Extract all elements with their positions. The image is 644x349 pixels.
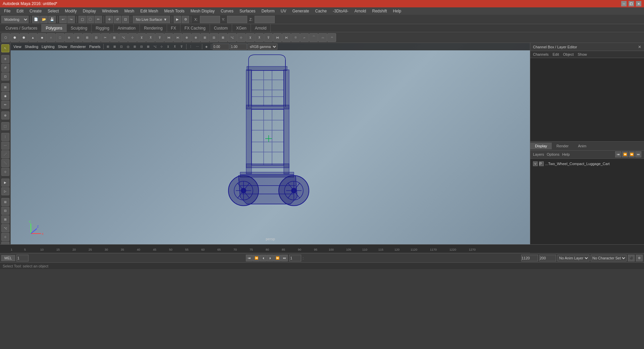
camera-bookmark[interactable]: ⊞ [105, 44, 111, 50]
range-end-right-input[interactable] [521, 255, 538, 261]
shelf-poly26[interactable]: ⌥ [228, 33, 236, 42]
layer-prev-button[interactable]: ⏪ [622, 151, 628, 157]
transport-end[interactable]: ⏭ [281, 255, 288, 261]
shelf-poly5[interactable]: ◆ [38, 33, 46, 42]
auto-key-button[interactable]: ⚫ [628, 255, 635, 261]
display-layer6[interactable]: ⊻ [1, 242, 9, 244]
shelf-poly31[interactable]: ⋈ [273, 33, 282, 42]
menu-help[interactable]: Help [390, 8, 404, 14]
shelf-poly24[interactable]: ⊟ [210, 33, 218, 42]
tab-polygons[interactable]: Polygons [42, 24, 66, 32]
cb-tab-show[interactable]: Show [578, 52, 587, 56]
menu-edit[interactable]: Edit [14, 8, 26, 14]
shelf-poly6[interactable]: ○ [47, 33, 55, 42]
menu-curves[interactable]: Curves [218, 8, 236, 14]
current-frame-input[interactable] [16, 255, 29, 261]
shelf-poly10[interactable]: ⊞ [83, 33, 92, 42]
shelf-poly25[interactable]: ⊠ [219, 33, 227, 42]
shelf-poly11[interactable]: ⊟ [92, 33, 101, 42]
menu-cache[interactable]: Cache [312, 8, 329, 14]
shelf-poly17[interactable]: ⊼ [146, 33, 155, 42]
transport-begin[interactable]: ⏮ [246, 255, 253, 261]
anim-layer-select[interactable]: No Anim Layer [557, 255, 589, 261]
shelf-poly27[interactable]: ⊹ [237, 33, 246, 42]
shelf-poly20[interactable]: ⋉ [173, 33, 182, 42]
lasso-tool[interactable]: 〇 [87, 16, 94, 23]
shelf-poly2[interactable]: ⬢ [10, 33, 19, 42]
grid-toggle[interactable]: ⋮ [188, 44, 194, 50]
menu-windows[interactable]: Windows [99, 8, 121, 14]
shelf-poly9[interactable]: ⊗ [74, 33, 83, 42]
shelf-poly8[interactable]: ⊕ [65, 33, 73, 42]
range-end-input[interactable] [539, 255, 556, 261]
save-file-button[interactable]: 💾 [48, 16, 56, 23]
x-input[interactable] [200, 16, 220, 23]
shelf-poly28[interactable]: ⊻ [246, 33, 255, 42]
region-select[interactable]: ⬚ [1, 122, 9, 130]
render-tab[interactable]: Render [552, 143, 573, 149]
range-start-input[interactable] [289, 255, 301, 261]
snap-to-point[interactable]: ⋰ [1, 150, 9, 158]
cb-tab-object[interactable]: Object [563, 52, 574, 56]
transport-prev-frame[interactable]: ⏴ [260, 255, 267, 261]
toggle-wireframe[interactable]: ⊞ [132, 44, 138, 50]
viewport[interactable]: View Shading Lighting Show Renderer Pane… [11, 43, 530, 244]
layer-visibility-toggle[interactable]: V [533, 161, 538, 166]
shelf-poly30[interactable]: ⊽ [264, 33, 273, 42]
universal-manip[interactable]: ⊞ [1, 83, 9, 91]
display-layer5[interactable]: ⊹ [1, 233, 9, 241]
hud-toggle[interactable]: ⋯ [195, 44, 201, 50]
soft-mod[interactable]: ◉ [1, 92, 9, 100]
isolate-select[interactable]: ◈ [204, 44, 210, 50]
shelf-poly18[interactable]: ⊽ [155, 33, 164, 42]
cb-tab-channels[interactable]: Channels [533, 52, 548, 56]
shelf-poly29[interactable]: ⊼ [255, 33, 264, 42]
gamma-input[interactable] [230, 44, 247, 50]
shelf-poly19[interactable]: ⋈ [164, 33, 173, 42]
snap-to-curve[interactable]: ⋯ [1, 142, 9, 150]
options-label[interactable]: Options [547, 152, 559, 156]
menu-create[interactable]: Create [27, 8, 44, 14]
shelf-poly34[interactable]: ⌐ [300, 33, 309, 42]
rotate-tool-left[interactable]: ↺ [1, 64, 9, 72]
paint-sel-tool[interactable]: ✏ [95, 16, 102, 23]
menu-edit-mesh[interactable]: Edit Mesh [138, 8, 161, 14]
tab-rendering[interactable]: Rendering [140, 24, 167, 32]
renderer-menu[interactable]: Renderer [69, 44, 87, 49]
toggle-textures[interactable]: ⌥ [152, 44, 158, 50]
tab-custom[interactable]: Custom [210, 24, 232, 32]
menu-mesh-tools[interactable]: Mesh Tools [162, 8, 187, 14]
shelf-poly3[interactable]: ⬣ [19, 33, 28, 42]
shelf-poly22[interactable]: ⊗ [192, 33, 200, 42]
shelf-poly4[interactable]: ▲ [29, 33, 37, 42]
tab-curves-surfaces[interactable]: Curves / Surfaces [1, 24, 42, 32]
show-menu[interactable]: Show [57, 44, 69, 49]
anim-tab[interactable]: Anim [573, 143, 591, 149]
toggle-shading[interactable]: ⊠ [145, 44, 151, 50]
menu-modify[interactable]: Modify [62, 8, 79, 14]
open-file-button[interactable]: 📂 [40, 16, 48, 23]
layer-next-button[interactable]: ⏩ [629, 151, 635, 157]
mode-dropdown[interactable]: Modeling Rigging Animation FX Rendering [1, 16, 29, 23]
exposure-input[interactable] [213, 44, 229, 50]
minimize-button[interactable]: ─ [621, 1, 627, 6]
layers-label[interactable]: Layers [533, 152, 544, 156]
display-tab[interactable]: Display [530, 143, 552, 149]
tab-rigging[interactable]: Rigging [92, 24, 114, 32]
shelf-poly21[interactable]: ⊕ [182, 33, 191, 42]
shelf-poly14[interactable]: ⌥ [119, 33, 128, 42]
preferences-button[interactable]: ⚙ [636, 255, 643, 261]
snap-to-surface[interactable]: ⊹ [1, 168, 9, 176]
move-tool[interactable]: ✛ [106, 16, 113, 23]
tab-fx[interactable]: FX [167, 24, 180, 32]
shelf-poly33[interactable]: ⌑ [291, 33, 300, 42]
snap-to-view[interactable]: ⋱ [1, 159, 9, 167]
render-options[interactable]: ⚙ [182, 16, 189, 23]
live-surface-button[interactable]: No Live Surface ▼ [133, 16, 170, 23]
show-manip[interactable]: ⊗ [1, 111, 9, 119]
menu-select[interactable]: Select [45, 8, 61, 14]
toggle-ao[interactable]: ⊼ [172, 44, 178, 50]
menu-uv[interactable]: UV [278, 8, 289, 14]
restore-button[interactable]: ⧠ [629, 1, 634, 6]
display-layer4[interactable]: ⌥ [1, 224, 9, 232]
